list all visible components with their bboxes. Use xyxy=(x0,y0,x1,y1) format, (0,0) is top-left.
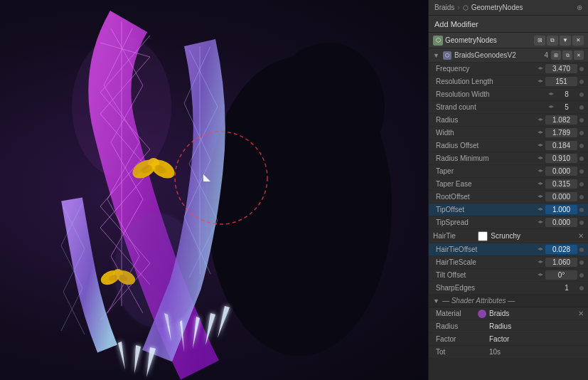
prop-row-res-length: Resolution Length ◂▸ 151 xyxy=(429,75,588,88)
prop-value-res-width[interactable]: 8 xyxy=(556,90,577,99)
submod-btn-close[interactable]: ✕ xyxy=(574,51,584,60)
prop-value-hairtie-scale[interactable]: 1.060 xyxy=(545,258,577,267)
shader-expand-icon[interactable]: ▼ xyxy=(433,297,439,305)
prop-arrows-res-length[interactable]: ◂▸ xyxy=(538,79,543,83)
hairtie-row: HairTie Scrunchy ✕ xyxy=(429,229,588,243)
prop-label-tip-spread: TipSpread xyxy=(436,218,538,226)
prop-row-taper-ease: Taper Ease ◂▸ 0.315 xyxy=(429,178,588,191)
prop-value-taper-ease[interactable]: 0.315 xyxy=(545,179,577,189)
prop-value-width[interactable]: 1.789 xyxy=(545,128,577,137)
prop-row-taper: Taper ◂▸ 0.000 xyxy=(429,165,588,178)
prop-value-sharp-edges[interactable]: 1 xyxy=(556,283,577,292)
properties-list: Frequency ◂▸ 3.470 Resolution Length ◂▸ … xyxy=(429,63,588,229)
submod-btn-duplicate[interactable]: ⧉ xyxy=(562,51,572,60)
prop-value-root-offset[interactable]: 0.000 xyxy=(545,192,577,201)
shader-value-material: Braids xyxy=(489,310,575,317)
prop-arrows-radius-offset[interactable]: ◂▸ xyxy=(538,143,543,147)
prop-value-taper[interactable]: 0.000 xyxy=(545,167,577,176)
prop-arrows-res-width[interactable]: ◂▸ xyxy=(548,92,554,96)
prop-arrows-radius-min[interactable]: ◂▸ xyxy=(538,156,543,160)
add-modifier-button[interactable]: Add Modifier xyxy=(434,20,582,28)
prop-dot-hairtie-offset xyxy=(579,248,584,252)
prop-value-res-length[interactable]: 151 xyxy=(545,77,577,86)
prop-arrows-strand-count[interactable]: ◂▸ xyxy=(548,105,554,109)
geom-controls: ⊞ ⧉ ▼ ✕ xyxy=(534,36,584,46)
prop-label-taper-ease: Taper Ease xyxy=(436,180,538,188)
prop-arrows-taper-ease[interactable]: ◂▸ xyxy=(538,181,543,186)
prop-dot-root-offset xyxy=(579,195,584,199)
pin-icon[interactable]: ⊕ xyxy=(577,4,582,11)
prop-arrows-taper[interactable]: ◂▸ xyxy=(538,169,543,173)
svg-point-1 xyxy=(271,43,385,171)
prop-label-hairtie-offset: HairTieOffset xyxy=(436,246,538,253)
right-panel: Braids › ⬡ GeometryNodes ⊕ Add Modifier … xyxy=(428,0,588,380)
prop-row-radius-offset: Radius Offset ◂▸ 0.184 xyxy=(429,139,588,152)
shader-section-divider[interactable]: ▼ — Shader Attributes — xyxy=(429,295,588,307)
shader-section-title: — Shader Attributes — xyxy=(442,297,515,305)
prop-row-root-offset: RootOffset ◂▸ 0.000 xyxy=(429,191,588,204)
prop-value-frequency[interactable]: 3.470 xyxy=(545,64,577,73)
prop-arrows-frequency[interactable]: ◂▸ xyxy=(538,66,543,70)
prop-value-radius-min[interactable]: 0.910 xyxy=(545,154,577,163)
svg-point-13 xyxy=(114,213,200,327)
prop-row-radius: Radius ◂▸ 1.082 xyxy=(429,114,588,127)
prop-dot-tip-spread xyxy=(579,221,584,225)
prop-value-tilt-offset[interactable]: 0° xyxy=(545,270,577,280)
prop-dot-frequency xyxy=(579,67,584,71)
prop-value-hairtie-offset[interactable]: 0.028 xyxy=(545,245,577,254)
shader-row-material: Material Braids ✕ xyxy=(429,307,588,320)
prop-value-strand-count[interactable]: 5 xyxy=(556,102,577,112)
prop-value-tip-spread[interactable]: 0.000 xyxy=(545,218,577,227)
prop-arrows-hairtie-offset[interactable]: ◂▸ xyxy=(538,247,543,251)
hairtie-color-swatch[interactable] xyxy=(478,231,488,241)
prop-value-tip-offset[interactable]: 1.000 xyxy=(545,205,577,214)
prop-label-tilt-offset: Tilt Offset xyxy=(436,271,538,279)
prop-label-radius-min: Radius Minimum xyxy=(436,154,538,162)
breadcrumb-root[interactable]: Braids xyxy=(434,4,454,11)
prop-arrows-hairtie-scale[interactable]: ◂▸ xyxy=(538,260,543,264)
geom-ctrl-close-btn[interactable]: ✕ xyxy=(572,36,584,46)
prop-label-res-length: Resolution Length xyxy=(436,78,538,85)
geom-ctrl-btn-1[interactable]: ⊞ xyxy=(534,36,545,46)
submodifier-row: ▼ ⬡ BraidsGeonodesV2 4 ⊞ ⧉ ✕ xyxy=(429,48,588,63)
prop-label-taper: Taper xyxy=(436,167,538,175)
prop-value-area-radius-offset: ◂▸ 0.184 xyxy=(538,141,584,150)
breadcrumb-separator: › xyxy=(457,4,459,11)
prop-arrows-radius[interactable]: ◂▸ xyxy=(538,117,543,122)
prop-value-area-root-offset: ◂▸ 0.000 xyxy=(538,192,584,201)
submod-num: 4 xyxy=(544,51,548,59)
prop-dot-width xyxy=(579,131,584,135)
submod-expand-icon[interactable]: ▼ xyxy=(433,52,440,59)
prop-value-radius[interactable]: 1.082 xyxy=(545,115,577,125)
panel-header: Braids › ⬡ GeometryNodes ⊕ xyxy=(429,0,588,16)
prop-arrows-width[interactable]: ◂▸ xyxy=(538,130,543,134)
prop-arrows-tilt-offset[interactable]: ◂▸ xyxy=(538,273,543,277)
prop-row-width: Width ◂▸ 1.789 xyxy=(429,127,588,139)
prop-value-area-hairtie-offset: ◂▸ 0.028 xyxy=(538,245,584,254)
geometry-nodes-toolbar: ⬡ GeometryNodes ⊞ ⧉ ▼ ✕ xyxy=(429,33,588,48)
shader-label-tot: Tot xyxy=(436,348,475,356)
geom-ctrl-btn-3[interactable]: ▼ xyxy=(560,36,571,46)
prop-row-hairtie-scale: HairTieScale ◂▸ 1.060 xyxy=(429,256,588,269)
prop-row-tip-offset: TipOffset ◂▸ 1.000 xyxy=(429,204,588,216)
hairtie-properties: HairTieOffset ◂▸ 0.028 HairTieScale ◂▸ 1… xyxy=(429,243,588,295)
hairtie-label: HairTie xyxy=(433,232,475,240)
submod-btn-copy[interactable]: ⊞ xyxy=(551,51,561,60)
main-container: Braids › ⬡ GeometryNodes ⊕ Add Modifier … xyxy=(0,0,588,380)
viewport[interactable] xyxy=(0,0,428,380)
geom-ctrl-btn-2[interactable]: ⧉ xyxy=(547,36,558,46)
prop-value-radius-offset[interactable]: 0.184 xyxy=(545,141,577,150)
prop-value-area-hairtie-scale: ◂▸ 1.060 xyxy=(538,258,584,267)
shader-material-close-btn[interactable]: ✕ xyxy=(578,310,584,317)
hairtie-close-btn[interactable]: ✕ xyxy=(578,232,584,240)
prop-arrows-tip-spread[interactable]: ◂▸ xyxy=(538,220,543,224)
add-modifier-bar[interactable]: Add Modifier xyxy=(429,16,588,33)
prop-row-res-width: Resolution Width ◂▸ 8 xyxy=(429,88,588,101)
prop-arrows-root-offset[interactable]: ◂▸ xyxy=(538,194,543,199)
svg-point-14 xyxy=(72,36,171,178)
breadcrumb-active: GeometryNodes xyxy=(471,4,523,11)
prop-value-area-strand-count: ◂▸ 5 xyxy=(548,102,584,112)
prop-arrows-tip-offset[interactable]: ◂▸ xyxy=(538,207,543,211)
prop-label-hairtie-scale: HairTieScale xyxy=(436,258,538,266)
prop-label-root-offset: RootOffset xyxy=(436,193,538,201)
